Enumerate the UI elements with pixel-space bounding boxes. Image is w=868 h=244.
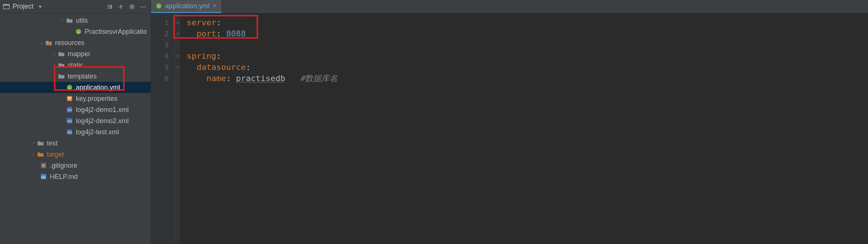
code-line[interactable]: name: practisedb #数据库名 (187, 73, 868, 84)
hide-panel-icon[interactable]: — (139, 2, 148, 11)
svg-text:MD: MD (41, 176, 46, 179)
expand-all-icon[interactable] (116, 2, 125, 11)
tree-item-label: target (47, 151, 64, 158)
svg-rect-8 (68, 99, 71, 99)
line-number[interactable]: 6 (151, 73, 175, 84)
code-content[interactable]: server: port: 8088spring: datasource: na… (181, 13, 868, 244)
editor-area: application.yml ✕ 123456 ⊟⊟⊟⊟ server: po… (151, 0, 868, 244)
code-line[interactable]: spring: (187, 51, 868, 62)
svg-point-16 (42, 164, 45, 167)
spring-icon (74, 28, 83, 36)
tree-item-label: log4j2-demo1.xml (76, 106, 129, 114)
svg-point-19 (156, 3, 161, 9)
tree-item-label: HELP.md (50, 173, 78, 181)
tree-arrow-icon[interactable]: › (51, 74, 57, 79)
editor-tab-application-yml[interactable]: application.yml ✕ (151, 0, 221, 13)
fold-gutter[interactable]: ⊟⊟⊟⊟ (176, 13, 181, 244)
tree-item-label: static (68, 61, 83, 69)
tree-item-templates[interactable]: ›templates (0, 71, 151, 82)
xml-icon: </> (65, 128, 74, 136)
tree-item-log4j2-demo2-xml[interactable]: </>log4j2-demo2.xml (0, 115, 151, 126)
code-line[interactable]: port: 8088 (187, 28, 868, 39)
tree-item-mapper[interactable]: ›mapper (0, 48, 151, 60)
tree-item-practisesvrapplicatio[interactable]: PractisesvrApplicatio (0, 26, 151, 37)
tree-item-target[interactable]: ›target (0, 149, 151, 160)
tree-item-label: utils (76, 17, 88, 25)
close-icon[interactable]: ✕ (212, 3, 217, 9)
tree-item-utils[interactable]: ›utils (0, 15, 151, 26)
md-icon: MD (39, 173, 48, 181)
folder-icon (36, 139, 45, 147)
line-number-gutter[interactable]: 123456 (151, 13, 176, 244)
project-panel-header: Project ▼ — (0, 0, 151, 13)
tree-item-label: key.properties (76, 95, 118, 103)
tree-arrow-icon[interactable]: › (51, 62, 57, 68)
svg-rect-4 (48, 43, 51, 45)
tree-arrow-icon[interactable]: › (30, 141, 36, 146)
project-tree[interactable]: ›utilsPractisesvrApplicatio⌄resources›ma… (0, 13, 151, 244)
folder-icon (65, 16, 74, 25)
project-icon (3, 3, 10, 10)
tree-item-label: log4j2-test.xml (76, 128, 119, 136)
fold-toggle-icon[interactable]: ⊟ (176, 62, 180, 73)
spring-icon (65, 83, 74, 92)
code-line[interactable]: datasource: (187, 62, 868, 73)
tree-item-test[interactable]: ›test (0, 138, 151, 149)
fold-toggle-icon[interactable]: ⊟ (176, 51, 180, 62)
tree-item-label: application.yml (76, 84, 120, 92)
code-line[interactable]: server: (187, 17, 868, 28)
tree-item-help-md[interactable]: MDHELP.md (0, 171, 151, 182)
tree-item-log4j2-demo1-xml[interactable]: </>log4j2-demo1.xml (0, 104, 151, 115)
tree-arrow-icon[interactable]: › (30, 152, 36, 157)
fold-toggle-icon[interactable]: ⊟ (176, 17, 180, 28)
svg-point-2 (131, 6, 133, 8)
tree-item-label: test (47, 139, 58, 147)
tree-item--gitignore[interactable]: .gitignore (0, 160, 151, 171)
tree-item-static[interactable]: ›static (0, 60, 151, 71)
xml-icon: </> (65, 106, 74, 114)
tree-arrow-icon[interactable]: › (60, 18, 65, 23)
code-editor[interactable]: 123456 ⊟⊟⊟⊟ server: port: 8088spring: da… (151, 13, 868, 244)
line-number[interactable]: 4 (151, 51, 175, 62)
tree-item-label: templates (68, 73, 97, 80)
line-number[interactable]: 3 (151, 39, 175, 51)
fold-toggle-icon (176, 73, 180, 84)
tree-item-label: mapper (68, 50, 90, 58)
tree-item-key-properties[interactable]: key.properties (0, 93, 151, 104)
editor-tab-bar: application.yml ✕ (151, 0, 868, 13)
svg-text:</>: </> (67, 119, 72, 123)
tfolder-icon (36, 150, 45, 158)
project-panel-title[interactable]: Project (13, 3, 33, 10)
tree-arrow-icon[interactable]: ⌄ (39, 40, 45, 45)
props-icon (65, 94, 74, 103)
tree-item-label: log4j2-demo2.xml (76, 117, 129, 125)
fold-toggle-icon[interactable]: ⊟ (176, 28, 180, 39)
line-number[interactable]: 5 (151, 62, 175, 73)
res-icon (45, 39, 53, 47)
svg-text:</>: </> (67, 131, 72, 134)
fold-toggle-icon (176, 39, 180, 51)
git-icon (39, 161, 48, 170)
code-line[interactable] (187, 39, 868, 51)
editor-tab-label: application.yml (165, 2, 209, 10)
tree-item-label: PractisesvrApplicatio (85, 28, 147, 36)
select-opened-file-icon[interactable] (105, 2, 114, 11)
project-dropdown-icon[interactable]: ▼ (38, 4, 42, 9)
tree-item-resources[interactable]: ⌄resources (0, 37, 151, 48)
tree-item-label: resources (55, 39, 84, 47)
project-panel: Project ▼ — ›utilsPractisesvrApplicatio⌄… (0, 0, 151, 244)
tree-item-log4j2-test-xml[interactable]: </>log4j2-test.xml (0, 126, 151, 138)
xml-icon: </> (65, 117, 74, 125)
svg-point-3 (76, 29, 81, 34)
tree-item-application-yml[interactable]: application.yml (0, 82, 151, 93)
settings-icon[interactable] (128, 2, 136, 11)
svg-point-5 (67, 85, 72, 90)
tree-arrow-icon[interactable]: › (51, 51, 57, 57)
tree-item-label: .gitignore (50, 162, 77, 170)
line-number[interactable]: 2 (151, 28, 175, 39)
line-number[interactable]: 1 (151, 17, 175, 28)
svg-rect-7 (68, 97, 71, 98)
svg-text:</>: </> (67, 108, 72, 112)
folder-icon (57, 72, 65, 80)
spring-file-icon (155, 3, 162, 9)
